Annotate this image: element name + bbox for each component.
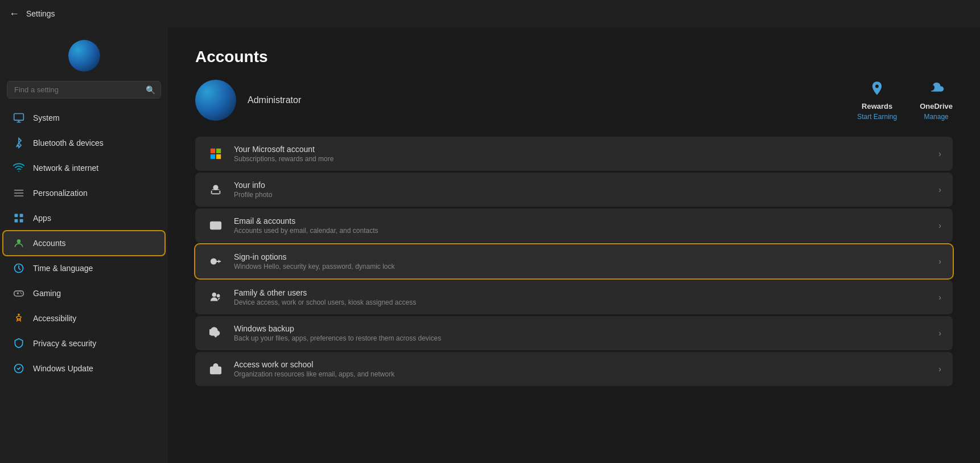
app-title: Settings (26, 9, 55, 18)
chevron-icon: › (938, 364, 941, 374)
work-desc: Organization resources like email, apps,… (234, 370, 938, 378)
settings-item-family[interactable]: Family & other users Device access, work… (195, 280, 953, 314)
nav-item-update[interactable]: Windows Update (3, 357, 164, 380)
settings-item-your-info[interactable]: Your info Profile photo › (195, 173, 953, 207)
chevron-icon: › (938, 293, 941, 302)
nav-item-privacy[interactable]: Privacy & security (3, 331, 164, 355)
svg-rect-0 (14, 114, 24, 121)
nav-item-network[interactable]: Network & internet (3, 156, 164, 180)
settings-item-microsoft-account[interactable]: Your Microsoft account Subscriptions, re… (195, 137, 953, 171)
signin-title: Sign-in options (234, 252, 938, 261)
profile-actions: Rewards Start Earning OneDrive Manage (857, 80, 953, 121)
person-icon (207, 181, 225, 199)
settings-item-backup[interactable]: Windows backup Back up your files, apps,… (195, 316, 953, 350)
svg-rect-5 (15, 219, 18, 223)
onedrive-subtitle: Manage (924, 113, 948, 121)
nav-label-update: Windows Update (33, 364, 93, 373)
content-area: Accounts Administrator Rewards Start Ear… (168, 27, 980, 463)
chevron-icon: › (938, 257, 941, 266)
microsoft-icon (207, 145, 225, 163)
microsoft-account-desc: Subscriptions, rewards and more (234, 155, 938, 163)
backup-title: Windows backup (234, 324, 938, 333)
signin-desc: Windows Hello, security key, password, d… (234, 263, 938, 271)
profile-avatar (195, 80, 236, 121)
time-icon (13, 262, 25, 274)
update-icon (13, 362, 25, 375)
system-icon (13, 112, 25, 124)
nav-label-accessibility: Accessibility (33, 314, 76, 323)
family-text: Family & other users Device access, work… (234, 288, 938, 306)
onedrive-action[interactable]: OneDrive Manage (920, 80, 953, 121)
chevron-icon: › (938, 149, 941, 158)
work-text: Access work or school Organization resou… (234, 360, 938, 378)
nav-label-apps: Apps (33, 214, 51, 223)
nav-label-time: Time & language (33, 264, 93, 273)
rewards-icon (869, 80, 885, 100)
family-desc: Device access, work or school users, kio… (234, 298, 938, 306)
family-title: Family & other users (234, 288, 938, 297)
svg-rect-16 (211, 149, 215, 153)
your-info-title: Your info (234, 181, 938, 190)
svg-rect-6 (20, 219, 23, 223)
nav-label-privacy: Privacy & security (33, 339, 96, 348)
email-icon (207, 216, 225, 235)
accessibility-icon (13, 312, 25, 325)
rewards-action[interactable]: Rewards Start Earning (857, 80, 897, 121)
chevron-icon: › (938, 329, 941, 338)
rewards-subtitle: Start Earning (857, 113, 897, 121)
nav-item-gaming[interactable]: Gaming (3, 281, 164, 305)
settings-list: Your Microsoft account Subscriptions, re… (195, 137, 953, 386)
settings-item-signin[interactable]: Sign-in options Windows Hello, security … (195, 244, 953, 278)
chevron-icon: › (938, 185, 941, 194)
nav-item-bluetooth[interactable]: Bluetooth & devices (3, 131, 164, 155)
svg-point-27 (217, 294, 220, 297)
nav-label-system: System (33, 113, 60, 122)
nav-item-accounts[interactable]: Accounts (3, 231, 164, 255)
svg-point-13 (21, 293, 22, 294)
svg-rect-18 (211, 154, 215, 159)
backup-icon (207, 324, 225, 342)
your-info-desc: Profile photo (234, 191, 938, 199)
sidebar-avatar-area (0, 34, 168, 81)
avatar-inner (68, 40, 100, 72)
nav-item-accessibility[interactable]: Accessibility (3, 306, 164, 330)
backup-desc: Back up your files, apps, preferences to… (234, 334, 938, 342)
sidebar: 🔍 System Bluetooth & devices Network & i… (0, 27, 168, 463)
avatar (68, 40, 100, 72)
email-desc: Accounts used by email, calendar, and co… (234, 227, 938, 235)
nav-label-personalization: Personalization (33, 189, 88, 198)
nav-item-apps[interactable]: Apps (3, 206, 164, 230)
your-info-text: Your info Profile photo (234, 181, 938, 199)
microsoft-account-text: Your Microsoft account Subscriptions, re… (234, 145, 938, 163)
family-icon (207, 288, 225, 306)
svg-point-20 (213, 186, 217, 190)
onedrive-icon (928, 80, 944, 100)
gaming-icon (13, 287, 25, 300)
email-title: Email & accounts (234, 216, 938, 226)
microsoft-account-title: Your Microsoft account (234, 145, 938, 154)
nav-label-network: Network & internet (33, 163, 98, 173)
profile-name: Administrator (248, 95, 857, 105)
back-button[interactable]: ← (9, 8, 19, 20)
onedrive-title: OneDrive (920, 102, 953, 110)
svg-rect-3 (15, 214, 18, 218)
settings-item-work[interactable]: Access work or school Organization resou… (195, 352, 953, 386)
search-input[interactable] (7, 81, 161, 99)
nav-label-accounts: Accounts (33, 239, 66, 248)
backup-text: Windows backup Back up your files, apps,… (234, 324, 938, 342)
svg-point-26 (213, 293, 216, 297)
nav-item-personalization[interactable]: Personalization (3, 181, 164, 205)
search-wrapper: 🔍 (7, 81, 161, 99)
nav-item-system[interactable]: System (3, 106, 164, 130)
nav-item-time[interactable]: Time & language (3, 256, 164, 280)
apps-icon (13, 212, 25, 224)
bluetooth-icon (13, 137, 25, 149)
svg-rect-4 (20, 214, 23, 218)
svg-rect-17 (216, 149, 221, 153)
settings-item-email[interactable]: Email & accounts Accounts used by email,… (195, 208, 953, 243)
svg-point-14 (18, 314, 19, 316)
svg-point-12 (20, 292, 22, 293)
rewards-title: Rewards (862, 102, 892, 110)
main-layout: 🔍 System Bluetooth & devices Network & i… (0, 27, 980, 463)
email-text: Email & accounts Accounts used by email,… (234, 216, 938, 235)
